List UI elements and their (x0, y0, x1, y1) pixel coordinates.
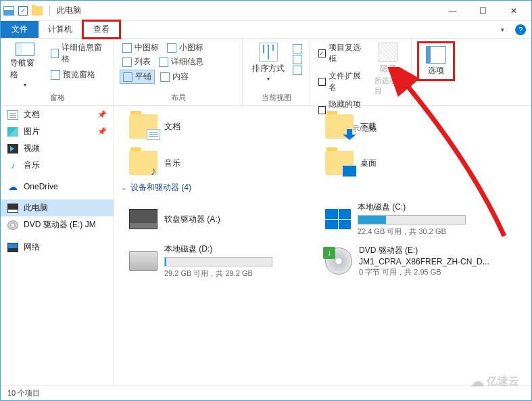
folders-row-2: ♪ 音乐 桌面 (126, 148, 519, 178)
install-arrow-icon: ↓ (323, 247, 335, 259)
status-text: 10 个项目 (7, 388, 40, 398)
hide-icon (379, 43, 397, 62)
drive-local-d[interactable]: 本地磁盘 (D:) 29.2 GB 可用，共 29.2 GB (126, 241, 302, 281)
checkbox-icon: ✓ (318, 49, 326, 57)
pin-icon: 📌 (97, 127, 107, 136)
sidebar-item-6[interactable]: DVD 驱动器 (E:) JM (1, 216, 114, 233)
details-icon (159, 57, 168, 67)
doc-overlay-icon (147, 129, 160, 140)
drive-local-c[interactable]: 本地磁盘 (C:) 22.4 GB 可用，共 30.2 GB (322, 199, 498, 239)
usage-bar (358, 215, 466, 225)
dropdown-arrow-icon: ▾ (267, 76, 270, 82)
drives-grid: 软盘驱动器 (A:) 本地磁盘 (C:) 22.4 GB 可用，共 30.2 G… (126, 199, 519, 281)
groupby-icon[interactable] (293, 66, 302, 75)
dvd-icon: ↓ (325, 247, 352, 275)
sizecols-icon[interactable] (293, 55, 302, 64)
layout-details[interactable]: 详细信息 (156, 55, 206, 68)
content-icon (160, 72, 170, 82)
music-overlay-icon: ♪ (147, 166, 160, 176)
download-overlay-icon (343, 129, 356, 140)
sort-icon (259, 43, 278, 62)
layout-small-icons[interactable]: 小图标 (164, 41, 206, 54)
system-icon[interactable] (3, 6, 14, 16)
layout-medium-icons[interactable]: 中图标 (120, 41, 162, 54)
sidebar-item-4[interactable]: ☁OneDrive (1, 179, 114, 194)
sidebar-item-7[interactable]: 网络 (1, 239, 114, 256)
drive-dvd-e[interactable]: ↓ DVD 驱动器 (E:) JM1_CPRA_X86FRER_ZH-CN_D.… (322, 241, 498, 281)
toggle-item-checkboxes[interactable]: ✓项目复选框 (316, 41, 366, 66)
toggle-file-extensions[interactable]: 文件扩展名 (316, 70, 366, 94)
group-layout: 中图标 小图标 列表 详细信息 平铺 内容 布局 (114, 39, 243, 105)
net-icon (7, 243, 18, 252)
doc-icon (7, 110, 18, 120)
options-icon (426, 46, 446, 64)
divider (49, 5, 50, 16)
checkbox-icon (318, 78, 326, 86)
options-button[interactable]: 选项 (422, 45, 450, 78)
help-icon[interactable]: ? (515, 24, 526, 35)
pc-icon (7, 204, 18, 213)
layout-tiles[interactable]: 平铺 (120, 70, 155, 84)
minimize-ribbon-icon[interactable]: ▾ (496, 25, 508, 34)
folder-icon (325, 151, 354, 175)
titlebar: ✓ 此电脑 — ☐ ✕ (1, 1, 531, 21)
sidebar-item-label: 图片 (24, 126, 40, 137)
sidebar-item-1[interactable]: 图片📌 (1, 123, 114, 140)
minimize-button[interactable]: — (437, 1, 468, 20)
dvd-icon (7, 220, 18, 230)
floppy-icon (129, 209, 158, 229)
sidebar-item-label: OneDrive (24, 182, 58, 191)
details-pane-icon (51, 49, 59, 58)
folders-row-1: 文档 下载 (126, 112, 519, 141)
close-button[interactable]: ✕ (498, 1, 529, 20)
tab-view[interactable]: 查看 (82, 20, 121, 39)
vid-icon (7, 144, 18, 154)
ribbon: 导航窗格 ▾ 详细信息窗格 预览窗格 窗格 中图标 小图标 (1, 39, 531, 106)
sidebar-item-0[interactable]: 文档📌 (1, 106, 114, 123)
sort-by-button[interactable]: 排序方式 ▾ (248, 41, 289, 83)
nav-pane-icon (16, 43, 34, 56)
sidebar-item-2[interactable]: 视频 (1, 140, 114, 157)
nav-pane-button[interactable]: 导航窗格 ▾ (6, 41, 44, 89)
devices-section-header[interactable]: ⌄ 设备和驱动器 (4) (121, 182, 519, 193)
tab-computer[interactable]: 计算机 (39, 21, 82, 38)
folder-desktop[interactable]: 桌面 (322, 148, 498, 178)
window-controls: — ☐ ✕ (437, 1, 529, 20)
addcols-icon[interactable] (293, 44, 302, 53)
folder-downloads[interactable]: 下载 (322, 112, 498, 141)
ribbon-tabs: 文件 计算机 查看 ▾ ? (1, 21, 531, 39)
statusbar: 10 个项目 (1, 385, 531, 400)
main-pane: 文档 下载 ♪ 音乐 桌面 ⌄ 设备和驱动器 (4) 软盘驱动器 (114, 106, 531, 385)
tiles-icon (123, 72, 132, 82)
sidebar-item-label: 视频 (24, 143, 40, 154)
tab-file[interactable]: 文件 (1, 21, 39, 38)
folder-documents[interactable]: 文档 (126, 112, 302, 141)
sidebar-item-label: 音乐 (24, 160, 40, 171)
folder-music[interactable]: ♪ 音乐 (126, 148, 302, 178)
sidebar-item-label: 网络 (24, 241, 40, 253)
folder-icon (129, 114, 158, 139)
sidebar-item-label: DVD 驱动器 (E:) JM (24, 219, 96, 231)
preview-pane-button[interactable]: 预览窗格 (48, 68, 108, 81)
layout-list[interactable]: 列表 (120, 55, 153, 68)
sidebar-item-5[interactable]: 此电脑 (1, 199, 114, 216)
onedrive-icon: ☁ (7, 182, 18, 191)
drive-floppy-a[interactable]: 软盘驱动器 (A:) (126, 199, 302, 239)
options-highlight: 选项 (417, 41, 455, 81)
group-currentview: 排序方式 ▾ 当前视图 (243, 39, 310, 105)
nav-pane-label: 导航窗格 (10, 57, 40, 80)
dropdown-arrow-icon: ▾ (24, 82, 26, 88)
pin-icon: 📌 (97, 110, 107, 119)
maximize-button[interactable]: ☐ (468, 1, 498, 20)
list-icon (122, 57, 132, 67)
layout-content[interactable]: 内容 (158, 70, 191, 84)
details-pane-button[interactable]: 详细信息窗格 (48, 41, 108, 66)
hide-selected-button: 隐藏 所选项目 (370, 41, 406, 97)
tab-right-controls: ▾ ? (496, 21, 531, 38)
windows-logo-icon (325, 209, 351, 229)
folder-icon: ♪ (129, 151, 158, 175)
sidebar-item-3[interactable]: ♪音乐 (1, 157, 114, 174)
qa-checkbox-icon[interactable]: ✓ (18, 6, 28, 16)
small-icons-icon (167, 43, 176, 53)
pic-icon (7, 127, 18, 137)
